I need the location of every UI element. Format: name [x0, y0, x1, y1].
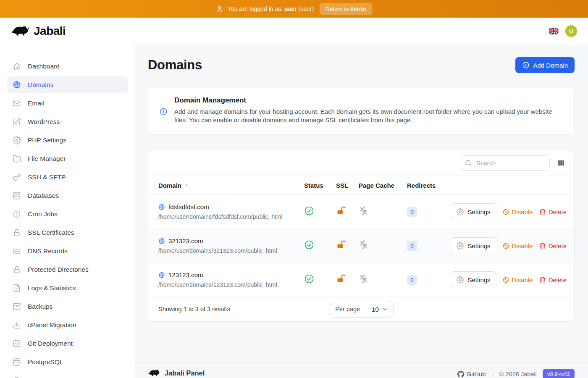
sidebar-item-protected-directories[interactable]: Protected Directories: [7, 261, 128, 278]
sidebar-item-file-manager[interactable]: File Manager: [7, 150, 128, 167]
sidebar-item-domains[interactable]: Domains: [7, 76, 128, 93]
language-flag-button[interactable]: [549, 28, 559, 34]
sidebar-item-label: Cron Jobs: [28, 210, 58, 218]
user-avatar[interactable]: U: [565, 25, 577, 37]
trash-icon: [539, 242, 546, 249]
info-card: Domain Management Add and manage domains…: [148, 87, 575, 135]
table-row: 321323.com /home/user/domains/321323.com…: [148, 229, 574, 263]
delete-button[interactable]: Delete: [538, 275, 567, 285]
sidebar-item-label: Backups: [28, 303, 52, 310]
table-row: fdsfsdfdsf.com /home/user/domains/fdsfsd…: [148, 195, 574, 229]
table-body: fdsfsdfdsf.com /home/user/domains/fdsfsd…: [148, 195, 574, 297]
app-footer: Jabali Panel GitHub · © 2026 Jabali v0.9…: [134, 362, 588, 378]
redirects-count-badge: 0: [407, 241, 417, 251]
main-content: Domains Add Domain Domain Management Add…: [134, 45, 588, 362]
sidebar-item-email[interactable]: Email: [7, 95, 128, 112]
impersonation-message: You are logged in as: user (user): [216, 5, 314, 13]
sidebar-item-logs-statistics[interactable]: Logs & Statistics: [7, 280, 128, 297]
sidebar-item-label: Protected Directories: [28, 266, 89, 273]
key-icon: [13, 173, 21, 181]
github-label: GitHub: [467, 371, 486, 378]
redirects-count-badge: 0: [407, 207, 417, 217]
database-icon: [13, 192, 21, 200]
info-icon: [159, 108, 168, 116]
edit-icon: [13, 118, 21, 126]
github-icon: [457, 371, 464, 378]
github-link[interactable]: GitHub: [457, 371, 486, 378]
circle-icon: [13, 376, 21, 378]
sidebar-item-cpanel-migration[interactable]: cPanel Migration: [7, 317, 128, 333]
per-page-label: Per page: [329, 301, 366, 317]
login-username: user: [284, 5, 297, 12]
disable-button[interactable]: Disable: [501, 275, 534, 285]
sidebar-item-ssh-sftp[interactable]: SSH & SFTP: [7, 169, 128, 186]
return-to-admin-button[interactable]: Return to Admin: [320, 3, 372, 15]
globe-icon: [158, 204, 165, 210]
code-icon: [13, 339, 21, 348]
boar-icon: [148, 369, 160, 377]
info-card-title: Domain Management: [174, 96, 562, 105]
gear-icon: [457, 208, 464, 215]
sidebar-item-label: PostgreSQL: [28, 358, 63, 366]
domain-cell: 123123.com /home/user/domains/123123.com…: [155, 271, 301, 288]
folder-icon: [13, 155, 21, 163]
domain-name: 123123.com: [168, 271, 203, 278]
sidebar-item-dashboard[interactable]: Dashboard: [7, 58, 128, 75]
sidebar-item-ssl-certificates[interactable]: SSL Certificates: [7, 224, 128, 241]
column-header-redirects: Redirects: [404, 182, 446, 189]
page-title: Domains: [148, 58, 202, 73]
settings-button[interactable]: Settings: [450, 203, 497, 220]
sidebar-item-label: Git Deployment: [28, 340, 73, 347]
sidebar-item-databases[interactable]: Databases: [7, 187, 128, 204]
gear-icon: [13, 136, 21, 144]
info-card-body: Add and manage domains for your hosting …: [174, 108, 562, 124]
status-enabled-icon: [304, 206, 314, 216]
login-role: (user): [299, 5, 314, 12]
domain-cell: 321323.com /home/user/domains/321323.com…: [155, 237, 301, 254]
impersonation-bar: You are logged in as: user (user) Return…: [0, 0, 588, 18]
add-domain-button[interactable]: Add Domain: [515, 57, 575, 73]
lock-icon: [13, 228, 21, 237]
disable-button[interactable]: Disable: [501, 241, 534, 251]
settings-button[interactable]: Settings: [450, 271, 497, 288]
sidebar-item-label: WordPress: [28, 118, 60, 126]
sidebar-item-postgresql[interactable]: PostgreSQL: [7, 354, 128, 370]
lock-icon: [13, 265, 21, 274]
delete-button[interactable]: Delete: [538, 207, 567, 217]
globe-icon: [158, 272, 165, 278]
table-header-row: Domain Status SSL Page Cache Redirects: [148, 176, 574, 195]
sidebar-item-php-settings[interactable]: PHP Settings: [7, 132, 128, 149]
footer-separator: ·: [491, 371, 494, 378]
disable-button[interactable]: Disable: [501, 207, 534, 217]
domain-path: /home/user/domains/fdsfsdfdsf.com/public…: [158, 213, 301, 220]
column-header-page-cache: Page Cache: [355, 182, 404, 189]
sidebar-item-backups[interactable]: Backups: [7, 298, 128, 315]
columns-toggle-button[interactable]: [555, 157, 567, 169]
sidebar-item-git-deployment[interactable]: Git Deployment: [7, 335, 128, 352]
page-cache-off-icon: [359, 274, 369, 284]
sidebar-item-dns-records[interactable]: DNS Records: [7, 243, 128, 260]
status-enabled-icon: [304, 240, 314, 250]
domain-name: 321323.com: [168, 237, 203, 244]
sidebar-item-partial[interactable]: [7, 372, 128, 378]
slash-circle-icon: [502, 242, 509, 249]
uk-flag-icon: [549, 28, 559, 34]
column-header-domain[interactable]: Domain: [155, 182, 301, 189]
gear-icon: [457, 242, 464, 249]
globe-icon: [158, 238, 165, 244]
domain-path: /home/user/domains/321323.com/public_htm…: [158, 247, 301, 254]
delete-button[interactable]: Delete: [538, 241, 567, 251]
per-page-select[interactable]: 10: [366, 301, 393, 317]
domain-path: /home/user/domains/123123.com/public_htm…: [158, 281, 301, 288]
sidebar-item-label: Email: [28, 100, 44, 107]
sidebar-item-cron-jobs[interactable]: Cron Jobs: [7, 206, 128, 223]
slash-circle-icon: [502, 208, 509, 215]
settings-button[interactable]: Settings: [450, 237, 497, 254]
sidebar-item-label: Databases: [28, 192, 59, 200]
brand-logo[interactable]: Jabali: [11, 24, 66, 38]
ssl-unlocked-icon: [336, 240, 346, 250]
redirects-count-badge: 0: [407, 275, 417, 285]
domain-cell: fdsfsdfdsf.com /home/user/domains/fdsfsd…: [155, 203, 301, 220]
search-input[interactable]: [460, 155, 550, 171]
sidebar-item-wordpress[interactable]: WordPress: [7, 113, 128, 130]
